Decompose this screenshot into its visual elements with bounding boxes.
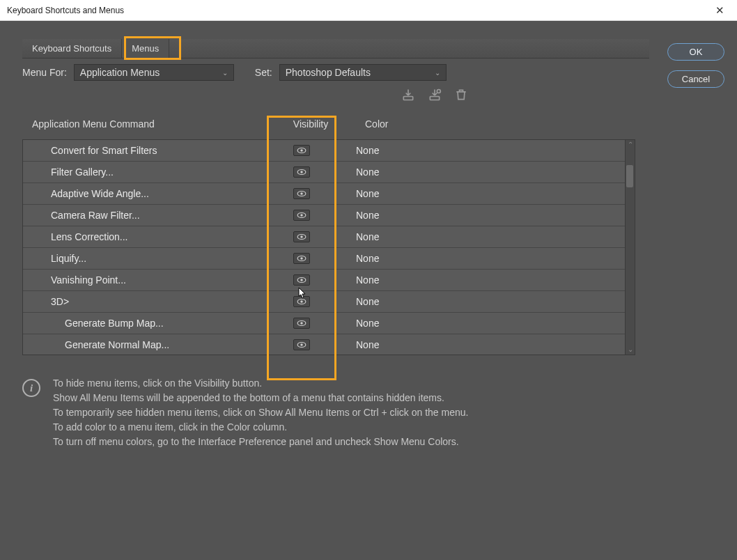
save-set-icon[interactable] [401,88,415,102]
tab-bar: Keyboard Shortcuts Menus [22,39,649,59]
menu-for-value: Application Menus [80,67,160,78]
svg-point-10 [300,214,303,217]
visibility-toggle[interactable] [293,339,310,350]
menu-command-label: Camera Raw Filter... [23,210,267,221]
scroll-down-icon[interactable]: ⌄ [626,345,635,355]
set-select[interactable]: Photoshop Defaults ⌄ [279,64,447,81]
set-label: Set: [255,67,272,78]
visibility-toggle[interactable] [293,166,310,178]
scrollbar[interactable]: ⌃ ⌄ [625,140,635,355]
svg-point-18 [300,300,303,303]
info-line: To temporarily see hidden menu items, cl… [53,405,468,420]
table-row[interactable]: Liquify...None [23,248,635,270]
table-row[interactable]: Convert for Smart FiltersNone [23,140,635,162]
menu-command-label: Generate Normal Map... [23,339,267,350]
info-line: To hide menu items, click on the Visibil… [53,376,468,391]
column-header-visibility: Visibility [276,118,346,130]
chevron-down-icon: ⌄ [435,69,440,77]
menu-for-select[interactable]: Application Menus ⌄ [74,64,234,81]
table-row[interactable]: Filter Gallery...None [23,162,635,183]
column-header-color: Color [346,118,610,130]
table-row[interactable]: Lens Correction...None [23,226,635,248]
scroll-up-icon[interactable]: ⌃ [626,140,635,150]
column-header-command: Application Menu Command [32,118,276,130]
window-title: Keyboard Shortcuts and Menus [7,6,124,15]
menu-command-label: Filter Gallery... [23,166,267,178]
color-cell[interactable]: None [336,339,601,350]
table-row[interactable]: Camera Raw Filter...None [23,205,635,226]
visibility-toggle[interactable] [293,188,310,199]
table-row[interactable]: Adaptive Wide Angle...None [23,183,635,205]
color-cell[interactable]: None [336,210,601,221]
menu-command-label: Generate Bump Map... [23,318,267,329]
color-cell[interactable]: None [336,274,601,286]
trash-icon[interactable] [454,88,468,102]
menu-command-label: Adaptive Wide Angle... [23,188,267,199]
menu-command-label: 3D> [23,296,267,307]
table-row[interactable]: Generate Normal Map...None [23,334,635,355]
tab-keyboard-shortcuts[interactable]: Keyboard Shortcuts [22,39,122,58]
table-row[interactable]: 3D>None [23,291,635,313]
menu-command-label: Vanishing Point... [23,274,267,286]
svg-rect-0 [403,97,412,100]
info-icon: i [22,379,40,397]
menu-command-label: Liquify... [23,253,267,264]
svg-point-2 [437,90,440,93]
color-cell[interactable]: None [336,231,601,242]
info-text: To hide menu items, click on the Visibil… [53,376,468,449]
info-line: To turn off menu colors, go to the Inter… [53,435,468,449]
color-cell[interactable]: None [336,166,601,178]
tab-menus[interactable]: Menus [122,39,169,58]
save-set-as-icon[interactable] [428,88,442,102]
titlebar: Keyboard Shortcuts and Menus ✕ [0,0,737,21]
info-line: To add color to a menu item, click in th… [53,420,468,435]
svg-point-12 [300,235,303,238]
visibility-toggle[interactable] [293,231,310,242]
svg-point-20 [300,322,303,325]
svg-point-14 [300,257,303,260]
close-icon[interactable]: ✕ [710,1,730,20]
set-value: Photoshop Defaults [286,67,371,78]
color-cell[interactable]: None [336,318,601,329]
svg-point-4 [300,149,303,152]
menu-grid: Application Menu Command Visibility Colo… [22,114,635,355]
svg-point-16 [300,279,303,281]
menu-for-label: Menu For: [22,67,67,78]
visibility-toggle[interactable] [293,145,310,156]
svg-point-6 [300,171,303,173]
cancel-button[interactable]: Cancel [667,70,724,88]
color-cell[interactable]: None [336,253,601,264]
color-cell[interactable]: None [336,145,601,156]
color-cell[interactable]: None [336,296,601,307]
svg-point-22 [300,343,303,346]
table-row[interactable]: Generate Bump Map...None [23,313,635,334]
visibility-toggle[interactable] [293,318,310,329]
menu-command-label: Convert for Smart Filters [23,145,267,156]
visibility-toggle[interactable] [293,253,310,264]
ok-button[interactable]: OK [667,43,724,61]
svg-point-8 [300,192,303,195]
chevron-down-icon: ⌄ [222,69,228,77]
table-row[interactable]: Vanishing Point...None [23,270,635,291]
visibility-toggle[interactable] [293,274,310,286]
visibility-toggle[interactable] [293,210,310,221]
scroll-thumb[interactable] [626,165,633,187]
color-cell[interactable]: None [336,188,601,199]
menu-command-label: Lens Correction... [23,231,267,242]
svg-rect-1 [430,97,439,100]
visibility-toggle[interactable] [293,296,310,307]
info-line: Show All Menu Items will be appended to … [53,391,468,405]
